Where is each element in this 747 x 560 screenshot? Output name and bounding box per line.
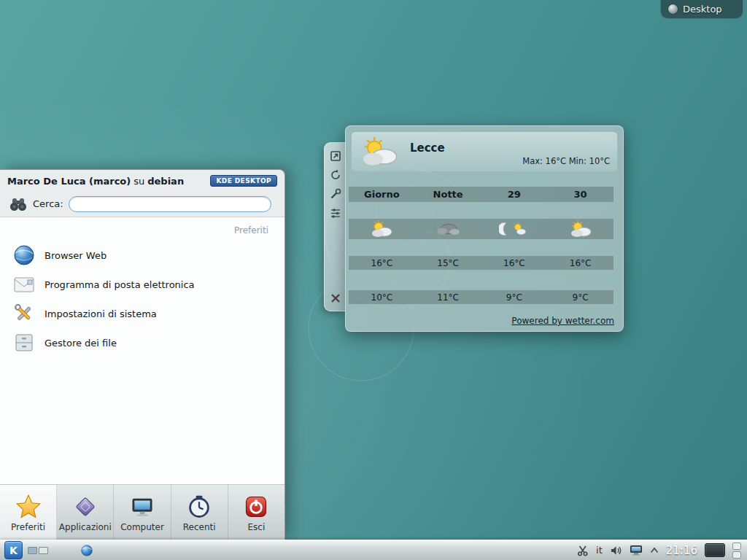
system-tray: it 21:16	[577, 542, 743, 559]
day-temps-row: 16°C 15°C 16°C 16°C	[349, 256, 614, 270]
night-temps-row: 10°C 11°C 9°C 9°C	[349, 290, 614, 304]
night-temp: 9°C	[506, 292, 522, 303]
tab-label: Computer	[120, 522, 164, 532]
tray-mini-icons[interactable]	[732, 542, 741, 559]
widget-resize-icon[interactable]	[329, 149, 342, 163]
weather-minmax: Max: 16°C Min: 10°C	[522, 156, 610, 166]
column-header-30: 30	[574, 189, 587, 200]
tab-label: Applicazioni	[59, 522, 112, 532]
kde-desktop-badge: KDE DESKTOP	[210, 175, 277, 187]
menu-item-mail-client[interactable]: Programma di posta elettronica	[0, 270, 285, 299]
favorites-section-label: Preferiti	[0, 217, 285, 241]
forecast-sun-cloud-icon	[568, 219, 593, 238]
weather-widget: Lecce Max: 16°C Min: 10°C Giorno Notte 2…	[323, 125, 622, 330]
kickoff-tab-bar: Preferiti Applicazioni	[0, 485, 285, 540]
header-separator: su	[133, 176, 144, 187]
desktop-toolbox-label: Desktop	[683, 4, 722, 15]
binoculars-search-icon	[9, 197, 28, 211]
browser-launcher-icon[interactable]	[80, 544, 93, 557]
web-browser-icon	[12, 244, 36, 267]
kickoff-header: Marco De Luca (marco) su debian KDE DESK…	[0, 170, 285, 192]
forecast-column-headers: Giorno Notte 29 30	[349, 187, 614, 202]
tab-computer[interactable]: Computer	[114, 485, 171, 540]
tab-applications[interactable]: Applicazioni	[57, 485, 114, 540]
desktop: Desktop	[0, 0, 747, 560]
menu-item-browser-web[interactable]: Browser Web	[0, 241, 285, 270]
mail-client-icon	[12, 273, 36, 296]
tab-leave[interactable]: Esci	[228, 485, 285, 540]
system-settings-icon	[12, 302, 36, 325]
host-name: debian	[147, 176, 184, 187]
tray-mini-icon-top[interactable]	[732, 542, 741, 550]
pager-desktop-1[interactable]	[28, 547, 37, 554]
column-header-29: 29	[508, 189, 521, 200]
tab-label: Recenti	[183, 522, 216, 532]
tray-mini-icon-bottom[interactable]	[732, 551, 741, 559]
tab-label: Preferiti	[11, 522, 45, 532]
search-input[interactable]	[69, 196, 271, 212]
night-temp: 10°C	[371, 292, 393, 303]
forecast-moon-sun-icon	[499, 221, 530, 237]
day-temp: 16°C	[371, 258, 393, 268]
day-temp: 16°C	[503, 258, 525, 268]
search-label: Cerca:	[33, 198, 63, 209]
cashew-icon	[668, 4, 678, 14]
widget-close-icon[interactable]	[329, 292, 342, 305]
desktop-pager[interactable]	[28, 547, 48, 554]
klipper-scissors-icon[interactable]	[577, 545, 589, 556]
display-tray-icon[interactable]	[705, 543, 725, 557]
menu-item-label: Browser Web	[44, 250, 107, 261]
kde-logo: K	[9, 545, 18, 556]
day-temp: 16°C	[570, 258, 592, 268]
device-notifier-icon[interactable]	[630, 545, 643, 556]
weather-panel: Lecce Max: 16°C Min: 10°C Giorno Notte 2…	[345, 125, 624, 332]
widget-settings-icon[interactable]	[329, 187, 342, 201]
power-icon	[242, 493, 270, 521]
search-row: Cerca:	[0, 192, 285, 216]
recent-clock-icon	[185, 493, 213, 521]
forecast-sun-cloud-icon	[369, 219, 394, 238]
night-temp: 11°C	[437, 292, 459, 303]
keyboard-layout-indicator[interactable]: it	[596, 545, 603, 556]
kickoff-launcher: Marco De Luca (marco) su debian KDE DESK…	[0, 169, 285, 540]
menu-item-file-manager[interactable]: Gestore dei file	[0, 328, 285, 357]
kickoff-content: Preferiti Browser Web	[0, 217, 285, 485]
weather-header: Lecce Max: 16°C Min: 10°C	[352, 132, 617, 171]
forecast-icons-row	[349, 219, 614, 239]
applications-icon	[71, 493, 99, 521]
weather-city: Lecce	[410, 141, 445, 155]
widget-configure-icon[interactable]	[329, 206, 342, 219]
menu-item-label: Gestore dei file	[44, 338, 117, 349]
digital-clock[interactable]: 21:16	[666, 544, 697, 557]
tab-label: Esci	[248, 522, 266, 532]
widget-handle[interactable]	[324, 142, 346, 311]
widget-rotate-icon[interactable]	[329, 168, 342, 182]
tab-favorites[interactable]: Preferiti	[0, 485, 57, 540]
column-header-night: Notte	[433, 189, 463, 200]
taskbar-panel: K it	[0, 540, 747, 560]
kde-menu-button[interactable]: K	[4, 541, 23, 559]
weather-current-icon	[357, 136, 401, 168]
menu-item-system-settings[interactable]: Impostazioni di sistema	[0, 299, 285, 328]
menu-item-label: Impostazioni di sistema	[44, 308, 157, 319]
desktop-toolbox[interactable]: Desktop	[660, 0, 743, 19]
day-temp: 15°C	[437, 258, 459, 268]
tray-expander-chevron-icon[interactable]	[650, 547, 659, 553]
night-temp: 9°C	[573, 292, 589, 303]
column-header-day: Giorno	[364, 189, 400, 200]
user-name: Marco De Luca (marco)	[7, 176, 131, 187]
pager-desktop-2[interactable]	[39, 547, 48, 554]
file-manager-icon	[12, 331, 36, 354]
star-icon	[15, 493, 42, 521]
computer-icon	[128, 493, 156, 521]
menu-item-label: Programma di posta elettronica	[44, 279, 195, 290]
tab-recent[interactable]: Recenti	[171, 485, 228, 540]
volume-icon[interactable]	[610, 545, 622, 556]
weather-credit-link[interactable]: Powered by wetter.com	[511, 316, 614, 326]
forecast-dark-cloud-icon	[436, 219, 460, 238]
